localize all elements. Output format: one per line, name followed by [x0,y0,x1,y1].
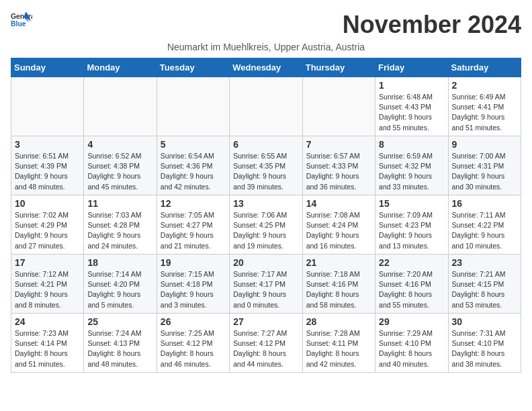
day-info: Sunrise: 7:14 AM Sunset: 4:20 PM Dayligh… [87,269,152,310]
day-info: Sunrise: 6:54 AM Sunset: 4:36 PM Dayligh… [161,151,226,192]
day-info: Sunrise: 6:55 AM Sunset: 4:35 PM Dayligh… [233,151,298,192]
calendar-cell: 18Sunrise: 7:14 AM Sunset: 4:20 PM Dayli… [84,255,157,314]
day-info: Sunrise: 6:51 AM Sunset: 4:39 PM Dayligh… [15,151,80,192]
calendar-cell: 24Sunrise: 7:23 AM Sunset: 4:14 PM Dayli… [11,314,84,373]
calendar-cell: 26Sunrise: 7:25 AM Sunset: 4:12 PM Dayli… [157,314,229,373]
calendar-week-4: 17Sunrise: 7:12 AM Sunset: 4:21 PM Dayli… [11,255,521,314]
header: General Blue November 2024 [11,11,521,39]
svg-text:Blue: Blue [11,20,26,28]
calendar-cell: 8Sunrise: 6:59 AM Sunset: 4:32 PM Daylig… [375,136,448,195]
day-number: 10 [15,198,80,209]
day-number: 18 [87,257,152,268]
day-number: 21 [306,257,371,268]
day-info: Sunrise: 7:25 AM Sunset: 4:12 PM Dayligh… [161,328,226,369]
day-number: 28 [306,316,371,327]
calendar-cell: 1Sunrise: 6:48 AM Sunset: 4:43 PM Daylig… [375,77,448,136]
day-number: 20 [233,257,298,268]
day-info: Sunrise: 7:21 AM Sunset: 4:15 PM Dayligh… [452,269,517,310]
day-number: 6 [233,139,298,150]
day-info: Sunrise: 7:20 AM Sunset: 4:16 PM Dayligh… [379,269,444,310]
calendar-cell: 27Sunrise: 7:27 AM Sunset: 4:12 PM Dayli… [230,314,302,373]
calendar-cell: 2Sunrise: 6:49 AM Sunset: 4:41 PM Daylig… [448,77,521,136]
day-info: Sunrise: 7:11 AM Sunset: 4:22 PM Dayligh… [452,210,517,251]
day-number: 22 [379,257,444,268]
day-number: 30 [452,316,517,327]
calendar-week-5: 24Sunrise: 7:23 AM Sunset: 4:14 PM Dayli… [11,314,521,373]
month-title: November 2024 [343,11,521,39]
calendar-table: SundayMondayTuesdayWednesdayThursdayFrid… [11,58,521,373]
day-number: 5 [161,139,226,150]
calendar-cell: 12Sunrise: 7:05 AM Sunset: 4:27 PM Dayli… [157,195,229,255]
day-number: 17 [15,257,80,268]
location-subtitle: Neumarkt im Muehlkreis, Upper Austria, A… [11,42,521,52]
day-info: Sunrise: 6:52 AM Sunset: 4:38 PM Dayligh… [87,151,152,192]
calendar-cell: 20Sunrise: 7:17 AM Sunset: 4:17 PM Dayli… [230,255,302,314]
calendar-cell: 22Sunrise: 7:20 AM Sunset: 4:16 PM Dayli… [375,255,448,314]
day-number: 12 [161,198,226,209]
calendar-cell: 29Sunrise: 7:29 AM Sunset: 4:10 PM Dayli… [375,314,448,373]
calendar-cell: 9Sunrise: 7:00 AM Sunset: 4:31 PM Daylig… [448,136,521,195]
day-number: 13 [233,198,298,209]
header-day-friday: Friday [375,58,448,77]
calendar-week-1: 1Sunrise: 6:48 AM Sunset: 4:43 PM Daylig… [11,77,521,136]
day-number: 1 [379,80,444,91]
calendar-week-2: 3Sunrise: 6:51 AM Sunset: 4:39 PM Daylig… [11,136,521,195]
day-info: Sunrise: 6:49 AM Sunset: 4:41 PM Dayligh… [452,92,517,133]
day-info: Sunrise: 7:06 AM Sunset: 4:25 PM Dayligh… [233,210,298,251]
day-number: 24 [15,316,80,327]
day-number: 2 [452,80,517,91]
calendar-cell: 14Sunrise: 7:08 AM Sunset: 4:24 PM Dayli… [302,195,375,255]
header-day-sunday: Sunday [11,58,84,77]
day-info: Sunrise: 7:08 AM Sunset: 4:24 PM Dayligh… [306,210,371,251]
day-info: Sunrise: 7:12 AM Sunset: 4:21 PM Dayligh… [15,269,80,310]
calendar-cell: 3Sunrise: 6:51 AM Sunset: 4:39 PM Daylig… [11,136,84,195]
header-day-saturday: Saturday [448,58,521,77]
day-number: 25 [87,316,152,327]
day-number: 8 [379,139,444,150]
day-number: 26 [161,316,226,327]
day-number: 9 [452,139,517,150]
calendar-cell: 6Sunrise: 6:55 AM Sunset: 4:35 PM Daylig… [230,136,302,195]
day-number: 4 [87,139,152,150]
calendar-cell: 7Sunrise: 6:57 AM Sunset: 4:33 PM Daylig… [302,136,375,195]
day-info: Sunrise: 7:28 AM Sunset: 4:11 PM Dayligh… [306,328,371,369]
day-info: Sunrise: 7:05 AM Sunset: 4:27 PM Dayligh… [161,210,226,251]
day-info: Sunrise: 6:57 AM Sunset: 4:33 PM Dayligh… [306,151,371,192]
day-info: Sunrise: 6:48 AM Sunset: 4:43 PM Dayligh… [379,92,444,133]
calendar-cell: 4Sunrise: 6:52 AM Sunset: 4:38 PM Daylig… [84,136,157,195]
day-number: 16 [452,198,517,209]
day-info: Sunrise: 7:17 AM Sunset: 4:17 PM Dayligh… [233,269,298,310]
calendar-cell: 13Sunrise: 7:06 AM Sunset: 4:25 PM Dayli… [230,195,302,255]
calendar-cell [84,77,157,136]
day-number: 7 [306,139,371,150]
day-info: Sunrise: 7:29 AM Sunset: 4:10 PM Dayligh… [379,328,444,369]
calendar-cell: 5Sunrise: 6:54 AM Sunset: 4:36 PM Daylig… [157,136,229,195]
calendar-cell: 19Sunrise: 7:15 AM Sunset: 4:18 PM Dayli… [157,255,229,314]
day-number: 23 [452,257,517,268]
day-info: Sunrise: 7:27 AM Sunset: 4:12 PM Dayligh… [233,328,298,369]
calendar-cell: 30Sunrise: 7:31 AM Sunset: 4:10 PM Dayli… [448,314,521,373]
header-day-monday: Monday [84,58,157,77]
day-info: Sunrise: 7:02 AM Sunset: 4:29 PM Dayligh… [15,210,80,251]
calendar-cell: 25Sunrise: 7:24 AM Sunset: 4:13 PM Dayli… [84,314,157,373]
day-info: Sunrise: 7:00 AM Sunset: 4:31 PM Dayligh… [452,151,517,192]
day-info: Sunrise: 7:09 AM Sunset: 4:23 PM Dayligh… [379,210,444,251]
day-info: Sunrise: 7:03 AM Sunset: 4:28 PM Dayligh… [87,210,152,251]
day-info: Sunrise: 6:59 AM Sunset: 4:32 PM Dayligh… [379,151,444,192]
day-number: 3 [15,139,80,150]
header-day-wednesday: Wednesday [230,58,302,77]
calendar-cell: 23Sunrise: 7:21 AM Sunset: 4:15 PM Dayli… [448,255,521,314]
calendar-cell [230,77,302,136]
calendar-cell: 21Sunrise: 7:18 AM Sunset: 4:16 PM Dayli… [302,255,375,314]
day-info: Sunrise: 7:24 AM Sunset: 4:13 PM Dayligh… [87,328,152,369]
calendar-cell: 10Sunrise: 7:02 AM Sunset: 4:29 PM Dayli… [11,195,84,255]
header-day-thursday: Thursday [302,58,375,77]
calendar-cell [157,77,229,136]
calendar-cell: 16Sunrise: 7:11 AM Sunset: 4:22 PM Dayli… [448,195,521,255]
logo-icon: General Blue [11,11,32,30]
day-number: 14 [306,198,371,209]
title-area: November 2024 [343,11,521,39]
logo: General Blue [11,11,32,30]
calendar-header-row: SundayMondayTuesdayWednesdayThursdayFrid… [11,58,521,77]
day-number: 29 [379,316,444,327]
